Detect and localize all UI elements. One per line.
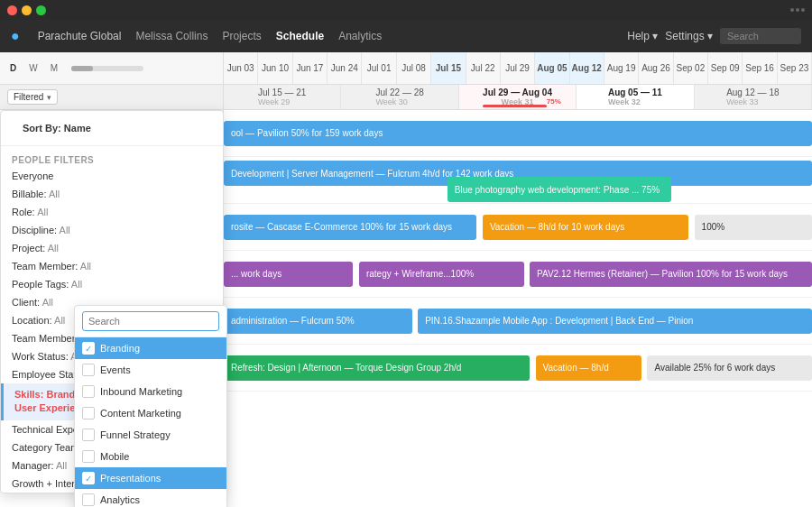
filter-everyone[interactable]: Everyone (1, 167, 223, 185)
gantt-bar: 100% (695, 215, 812, 240)
navbar: ● Parachute Global Melissa Collins Proje… (0, 20, 812, 52)
filter-discipline[interactable]: Discipline: All (1, 221, 223, 239)
gantt-row: rosite — Cascase E-Commerce 100% for 15 … (224, 204, 812, 251)
gantt-row: administration — Fulcrum 50% PIN.16.Shaz… (224, 298, 812, 345)
nav-analytics[interactable]: Analytics (338, 30, 382, 42)
gantt-bar[interactable]: rategy + Wireframe...100% (359, 262, 524, 287)
titlebar-menu (790, 8, 805, 12)
gantt-row: Refresh: Design | Afternoon — Torque Des… (224, 345, 812, 392)
gantt-row: Development | Server Management — Fulcru… (224, 157, 812, 204)
week-col: Aug 12 (570, 52, 604, 84)
week-col: Jul 22 (466, 52, 501, 84)
close-button[interactable] (7, 5, 17, 15)
week-range-2: Jul 22 — 28Week 30 (341, 85, 458, 109)
gantt-bar[interactable]: Blue photography web development: Phase … (448, 177, 671, 202)
filter-project[interactable]: Project: All (1, 239, 223, 257)
skill-mobile[interactable]: Mobile (75, 446, 226, 467)
gantt-bar[interactable]: ... work days (224, 262, 353, 287)
skill-events[interactable]: Events (75, 359, 226, 381)
week-range-5: Aug 12 — 18Week 33 (695, 85, 812, 109)
week-col: Sep 23 (778, 52, 812, 84)
nav-user[interactable]: Melissa Collins (135, 30, 208, 42)
gantt-bar[interactable]: Refresh: Design | Afternoon — Torque Des… (224, 355, 530, 381)
minimize-button[interactable] (22, 5, 32, 15)
filter-arrow: ▾ (47, 93, 51, 102)
week-view-button[interactable]: W (26, 61, 40, 75)
skill-search (75, 306, 226, 337)
skill-check (82, 385, 95, 398)
week-col: Jul 29 (501, 52, 535, 84)
sort-by-item[interactable]: Sort By: Name (12, 118, 212, 138)
timeline-dates: Jun 03 Jun 10 Jun 17 Jun 24 Jul 01 Jul 0… (224, 52, 812, 84)
filter-badge[interactable]: Filtered ▾ (7, 89, 58, 105)
skill-check (82, 429, 95, 441)
divider (1, 145, 223, 146)
skill-label: Funnel Strategy (100, 429, 171, 440)
nav-schedule[interactable]: Schedule (276, 30, 324, 42)
skill-analytics[interactable]: Analytics (75, 489, 226, 507)
gantt-bar[interactable]: Vacation — 8h/d (536, 355, 641, 381)
skill-label: Inbound Marketing (100, 386, 182, 397)
skill-check (82, 493, 95, 506)
week-col: Jul 15 (431, 52, 466, 84)
skill-inbound-marketing[interactable]: Inbound Marketing (75, 381, 226, 402)
timeline-header: D W M Jun 03 Jun 10 Jun 17 Jun 24 Jul 01… (0, 52, 812, 85)
skill-check (82, 407, 95, 419)
sort-section: Sort By: Name (1, 111, 223, 142)
filter-role[interactable]: Role: All (1, 203, 223, 221)
week-col: Jul 01 (362, 52, 396, 84)
week-range-bar: Filtered ▾ Jul 15 — 21Week 29 Jul 22 — 2… (0, 85, 812, 110)
week-col: Jun 17 (293, 52, 328, 84)
gantt-bar[interactable]: PAV2.12 Hermes (Retainer) — Pavilion 100… (530, 262, 812, 287)
settings-button[interactable]: Settings ▾ (665, 30, 713, 42)
filter-label: Filtered (14, 92, 43, 102)
nav-projects[interactable]: Projects (222, 30, 261, 42)
nav-search-input[interactable] (720, 28, 801, 44)
sort-by-label: Sort By: Name (23, 123, 91, 134)
week-col: Aug 26 (639, 52, 673, 84)
skill-label: Presentations (100, 473, 161, 484)
skill-content-marketing[interactable]: Content Marketing (75, 402, 226, 424)
nav-right: Help ▾ Settings ▾ (627, 28, 801, 44)
skill-branding[interactable]: ✓ Branding (75, 337, 226, 359)
filter-people-tags[interactable]: People Tags: All (1, 275, 223, 293)
week-range-4: Aug 05 — 11Week 32 (577, 85, 694, 109)
filter-billable[interactable]: Billable: All (1, 185, 223, 203)
skill-funnel-strategy[interactable]: Funnel Strategy (75, 424, 226, 446)
skill-search-input[interactable] (82, 311, 219, 331)
maximize-button[interactable] (36, 5, 46, 15)
gantt-bar[interactable]: PIN.16.Shazample Mobile App : Developmen… (418, 309, 812, 334)
gantt-bar[interactable]: Vacation — 8h/d for 10 work days (483, 215, 688, 240)
week-col: Aug 19 (604, 52, 639, 84)
help-button[interactable]: Help ▾ (627, 30, 658, 42)
week-col: Jul 08 (397, 52, 431, 84)
titlebar (0, 0, 812, 20)
traffic-lights (7, 5, 46, 15)
skill-label: Mobile (100, 451, 129, 462)
gantt-area: ool — Pavilion 50% for 159 work days Dev… (224, 110, 812, 507)
filter-area: Filtered ▾ (0, 85, 224, 109)
gantt-row: ... work days rategy + Wireframe...100% … (224, 251, 812, 298)
app-logo: ● (11, 28, 20, 44)
skill-label: Branding (100, 343, 140, 354)
week-col: Sep 16 (743, 52, 777, 84)
day-view-button[interactable]: D (7, 61, 19, 75)
week-col: Sep 02 (674, 52, 708, 84)
filter-team-member[interactable]: Team Member: All (1, 257, 223, 275)
skill-check (82, 364, 95, 376)
skill-label: Content Marketing (100, 408, 181, 419)
month-view-button[interactable]: M (48, 61, 60, 75)
skill-label: Analytics (100, 494, 140, 505)
main-area: AG Adam Goldl... Client Services... AZ A… (0, 110, 812, 507)
week-col: Jun 03 (224, 52, 258, 84)
week-ranges: Jul 15 — 21Week 29 Jul 22 — 28Week 30 Ju… (224, 85, 812, 109)
gantt-bar[interactable]: rosite — Cascase E-Commerce 100% for 15 … (224, 215, 476, 240)
skill-presentations[interactable]: ✓ Presentations (75, 467, 226, 489)
skill-check: ✓ (82, 472, 95, 484)
people-filters-label: People Filters (1, 150, 223, 167)
skill-check: ✓ (82, 342, 95, 355)
gantt-bar[interactable]: ool — Pavilion 50% for 159 work days (224, 121, 812, 146)
week-range-3: Jul 29 — Aug 04 Week 31 75% (459, 85, 577, 109)
skill-label: Events (100, 364, 131, 375)
gantt-bar[interactable]: administration — Fulcrum 50% (224, 309, 412, 334)
